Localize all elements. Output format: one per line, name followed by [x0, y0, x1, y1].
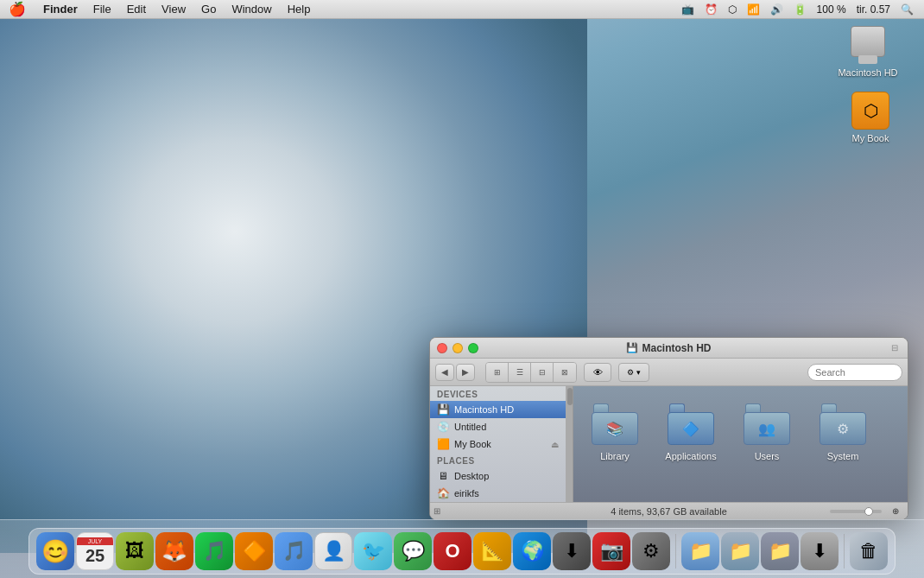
list-view-button[interactable]: ☰ [509, 363, 531, 382]
finder-sidebar: DEVICES 💾 Macintosh HD 💿 Untitled 🟧 My B… [430, 386, 566, 502]
dock-item-opera[interactable]: O [434, 532, 471, 570]
ical-dock-icon: JULY 25 [76, 532, 114, 570]
statusbar-expand-button[interactable]: ⊞ [434, 506, 440, 516]
coverflow-view-button[interactable]: ⊠ [554, 363, 576, 382]
dock-item-finder[interactable]: 😊 [36, 532, 74, 570]
close-button[interactable] [437, 343, 447, 353]
sidebar-item-desktop[interactable]: 🖥 Desktop [430, 467, 566, 485]
menubar-battery-icon[interactable]: 🔋 [790, 3, 810, 16]
dock-shelf: 😊 JULY 25 🖼 🦊 🎵 [28, 528, 896, 575]
dock-item-trash[interactable]: 🗑 [850, 532, 888, 570]
googleearth-dock-icon: 🌍 [513, 532, 551, 570]
toolbar-navigation: ◀ ▶ [435, 364, 475, 381]
menubar-battery-percent: 100 % [813, 3, 850, 16]
desktop-icon-macintosh-hd[interactable]: Macintosh HD [833, 24, 902, 78]
dock-item-sysprefs[interactable]: ⚙ [632, 532, 670, 570]
folder2-dock-icon: 📁 [721, 532, 759, 570]
zoom-slider-thumb[interactable] [864, 507, 873, 516]
sidebar-item-my-book[interactable]: 🟧 My Book ⏏ [430, 435, 566, 453]
dock-item-utorrent[interactable]: ⬇ [553, 532, 591, 570]
menubar-search-icon[interactable]: 🔍 [897, 3, 917, 16]
quick-look-button[interactable]: 👁 [584, 363, 611, 382]
minimize-button[interactable] [453, 343, 463, 353]
sidebar-item-untitled[interactable]: 💿 Untitled [430, 418, 566, 435]
menubar-bluetooth-icon[interactable]: ⬡ [725, 3, 740, 16]
spotify-dock-icon: 🎵 [195, 532, 233, 570]
menubar: 🍎 Finder File Edit View Go Window Help 📺… [0, 0, 924, 19]
dock-separator-2 [844, 534, 845, 568]
menubar-screen-icon[interactable]: 📺 [678, 3, 698, 16]
dock-item-preview[interactable]: 🖼 [116, 532, 154, 570]
window-title: 💾 Macintosh HD [626, 342, 711, 354]
action-button[interactable]: ⚙ ▾ [618, 363, 649, 382]
statusbar-zoom-icon[interactable]: ⊕ [892, 506, 899, 516]
usb-icon-label: My Book [840, 133, 901, 143]
dock-item-colloquy[interactable]: 💬 [394, 532, 432, 570]
system-label: System [827, 451, 859, 461]
eirikfs-sidebar-icon: 🏠 [437, 487, 449, 499]
file-item-system[interactable]: ⚙ System [808, 397, 877, 465]
eject-icon[interactable]: ⏏ [551, 440, 559, 449]
sysprefs-dock-icon: ⚙ [632, 532, 670, 570]
file-item-users[interactable]: 👥 Users [732, 397, 801, 465]
dock-item-downloads[interactable]: ⬇ [801, 532, 839, 570]
opera-dock-icon: O [434, 532, 471, 570]
menubar-timemachine-icon[interactable]: ⏰ [701, 3, 721, 16]
dock-item-itunes[interactable]: 🎵 [275, 532, 313, 570]
dock-item-googleearth[interactable]: 🌍 [513, 532, 551, 570]
users-label: Users [755, 451, 780, 461]
toggle-toolbar-button[interactable]: ⊟ [889, 342, 901, 354]
colloquy-dock-icon: 💬 [394, 532, 432, 570]
sidebar-item-eirikfs[interactable]: 🏠 eirikfs [430, 485, 566, 502]
menubar-file[interactable]: File [86, 1, 118, 18]
maximize-button[interactable] [468, 343, 478, 353]
utorrent-dock-icon: ⬇ [553, 532, 591, 570]
finder-statusbar: ⊞ 4 items, 93,67 GB available ⊕ [430, 502, 908, 519]
dock-item-folder2[interactable]: 📁 [721, 532, 759, 570]
sidebar-item-macintosh-hd[interactable]: 💾 Macintosh HD [430, 401, 566, 418]
dock-item-adium[interactable]: 🐦 [354, 532, 392, 570]
menubar-right: 📺 ⏰ ⬡ 📶 🔊 🔋 100 % tir. 0.57 🔍 [678, 3, 924, 16]
file-item-applications[interactable]: 🔷 Applications [656, 397, 725, 465]
menubar-window[interactable]: Window [225, 1, 278, 18]
icon-view-button[interactable]: ⊞ [486, 363, 509, 382]
sketchup-dock-icon: 📐 [473, 532, 511, 570]
back-button[interactable]: ◀ [435, 364, 454, 381]
applications-label: Applications [665, 451, 716, 461]
zoom-slider-track[interactable] [830, 510, 882, 513]
dock-item-folder1[interactable]: 📁 [681, 532, 719, 570]
statusbar-text: 4 items, 93,67 GB available [611, 506, 727, 517]
usb-icon-image: ⬡ [850, 90, 891, 131]
menubar-volume-icon[interactable]: 🔊 [767, 3, 787, 16]
addressbook-dock-icon: 👤 [314, 532, 352, 570]
photos-dock-icon: 📷 [592, 532, 630, 570]
menubar-help[interactable]: Help [281, 1, 318, 18]
column-view-button[interactable]: ⊟ [531, 363, 554, 382]
dock-item-vlc[interactable]: 🔶 [235, 532, 273, 570]
library-label: Library [600, 451, 630, 461]
dock-item-spotify[interactable]: 🎵 [195, 532, 233, 570]
firefox-dock-icon: 🦊 [155, 532, 193, 570]
menubar-finder[interactable]: Finder [36, 1, 85, 18]
desktop-icon-my-book[interactable]: ⬡ My Book [836, 90, 905, 143]
itunes-dock-icon: 🎵 [275, 532, 313, 570]
forward-button[interactable]: ▶ [456, 364, 475, 381]
menubar-view[interactable]: View [155, 1, 193, 18]
dock-item-addressbook[interactable]: 👤 [314, 532, 352, 570]
menubar-edit[interactable]: Edit [120, 1, 153, 18]
sidebar-scrollbar[interactable] [566, 386, 573, 502]
search-input[interactable] [807, 364, 902, 381]
dock-item-ical[interactable]: JULY 25 [76, 532, 114, 570]
places-header: PLACES [430, 453, 566, 467]
menubar-wifi-icon[interactable]: 📶 [744, 3, 763, 16]
mybook-sidebar-icon: 🟧 [437, 438, 449, 450]
dock-item-photos[interactable]: 📷 [592, 532, 630, 570]
menubar-clock: tir. 0.57 [853, 3, 894, 16]
toolbar-view-group: ⊞ ☰ ⊟ ⊠ [485, 362, 577, 383]
apple-menu[interactable]: 🍎 [0, 1, 35, 18]
dock-item-sketchup[interactable]: 📐 [473, 532, 511, 570]
dock-item-firefox[interactable]: 🦊 [155, 532, 193, 570]
file-item-library[interactable]: 📚 Library [580, 397, 649, 465]
menubar-go[interactable]: Go [194, 1, 223, 18]
dock-item-folder3[interactable]: 📁 [761, 532, 799, 570]
